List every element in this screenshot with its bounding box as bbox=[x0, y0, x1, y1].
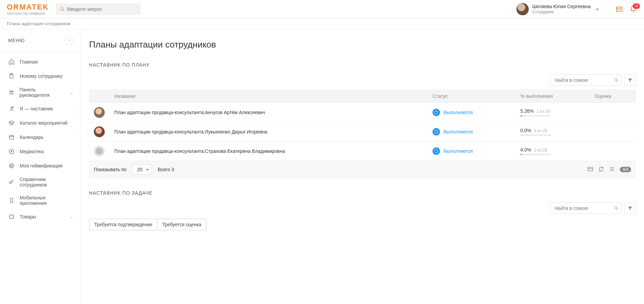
card-view-button[interactable] bbox=[587, 166, 593, 173]
svg-point-7 bbox=[11, 107, 13, 109]
sidebar-item-6[interactable]: Медиатека bbox=[0, 144, 81, 159]
progress-bar bbox=[520, 154, 551, 155]
sidebar-item-8[interactable]: Справочник сотрудников bbox=[0, 173, 81, 191]
status-cell: Выполняется bbox=[433, 147, 511, 155]
global-search-input[interactable] bbox=[67, 6, 137, 12]
mail-button[interactable] bbox=[615, 5, 623, 13]
divider bbox=[0, 52, 81, 53]
svg-line-27 bbox=[617, 209, 618, 210]
grade-cell bbox=[590, 122, 636, 142]
main-content: Планы адаптации сотрудников НАСТАВНИК ПО… bbox=[81, 29, 644, 303]
filter-icon bbox=[627, 205, 633, 211]
top-header: ORMATEK пространство комфорта Шкляева Юл… bbox=[0, 0, 644, 18]
completion-pct: 0.0% bbox=[520, 128, 531, 133]
chevron-down-icon: ⌄ bbox=[70, 90, 74, 95]
list-search-wrap[interactable] bbox=[550, 74, 622, 86]
sidebar: МЕНЮ ГлавнаяНовому сотрудникуПанель руко… bbox=[0, 29, 81, 303]
refresh-icon bbox=[598, 166, 604, 172]
sidebar-item-label: Медиатека bbox=[20, 149, 44, 154]
plan-title: План адаптации продавца-консультанта:Стр… bbox=[109, 142, 428, 161]
sidebar-item-3[interactable]: Я — наставник bbox=[0, 102, 81, 116]
search-icon bbox=[614, 77, 618, 83]
search-icon bbox=[60, 7, 65, 12]
chevron-down-icon: ▾ bbox=[596, 6, 598, 12]
pager: Показывать по 20 Всего 3 4/4 bbox=[89, 161, 636, 178]
col-status-header[interactable]: Статус bbox=[428, 89, 515, 103]
svg-point-0 bbox=[60, 7, 63, 10]
completion-pct: 4.0% bbox=[520, 147, 531, 153]
row-avatar bbox=[94, 126, 105, 137]
notifications-badge: 10 bbox=[633, 3, 640, 9]
refresh-button[interactable] bbox=[598, 166, 604, 173]
section2-tabs: Требуется подтверждение Требуется оценка bbox=[89, 219, 206, 230]
completion-sub: 1 из 19 bbox=[537, 109, 550, 114]
grade-cell bbox=[590, 142, 636, 161]
sidebar-item-label: Панель руководителя bbox=[19, 87, 65, 98]
completion-sub: 0 из 25 bbox=[534, 128, 547, 133]
notifications-button[interactable]: 10 bbox=[630, 5, 637, 13]
completion-cell: 4.0%1 из 25 bbox=[520, 147, 585, 155]
sidebar-collapse-button[interactable] bbox=[65, 36, 74, 45]
completion-pct: 5.26% bbox=[520, 108, 534, 114]
columns-pill[interactable]: 4/4 bbox=[620, 167, 631, 172]
completion-sub: 1 из 25 bbox=[534, 148, 547, 153]
grade-cell bbox=[590, 103, 636, 122]
table-row[interactable]: План адаптации продавца-консультанта:Стр… bbox=[89, 142, 636, 161]
table-row[interactable]: План адаптации продавца-консультанта:Анч… bbox=[89, 103, 636, 122]
phone-icon bbox=[8, 197, 15, 204]
mentor-icon bbox=[8, 105, 15, 112]
per-page-select[interactable]: 20 bbox=[133, 164, 152, 175]
status-text: Выполняется bbox=[443, 148, 473, 154]
section1-toolbar bbox=[89, 74, 636, 86]
sidebar-item-4[interactable]: Каталог мероприятий bbox=[0, 116, 81, 130]
search-icon bbox=[614, 205, 618, 211]
plans-table: Название Статус % выполнения Оценка План… bbox=[89, 89, 636, 161]
tab-needs-grade[interactable]: Требуется оценка bbox=[157, 219, 206, 230]
completion-cell: 5.26%1 из 19 bbox=[520, 108, 585, 117]
user-avatar bbox=[516, 3, 529, 15]
global-search-wrap[interactable] bbox=[56, 3, 141, 15]
list-search-input[interactable] bbox=[555, 205, 614, 211]
filter-icon bbox=[627, 77, 633, 83]
trophy-icon bbox=[8, 162, 15, 169]
breadcrumb[interactable]: Планы адаптации сотрудников bbox=[0, 18, 644, 29]
section2-title: НАСТАВНИК ПО ЗАДАЧЕ bbox=[89, 190, 636, 196]
list-search-wrap[interactable] bbox=[550, 202, 622, 214]
list-search-input[interactable] bbox=[555, 77, 614, 83]
user-name: Шкляева Юлия Сергеевна bbox=[532, 4, 591, 9]
svg-point-6 bbox=[12, 91, 13, 92]
svg-point-19 bbox=[615, 78, 617, 81]
filter-button[interactable] bbox=[624, 74, 636, 86]
sidebar-title: МЕНЮ bbox=[8, 38, 25, 43]
sidebar-item-9[interactable]: Мобильные приложения bbox=[0, 191, 81, 210]
svg-rect-9 bbox=[10, 136, 14, 139]
svg-point-26 bbox=[615, 207, 617, 209]
sidebar-item-label: Главная bbox=[20, 59, 38, 65]
logo-text: ORMATEK bbox=[7, 3, 49, 12]
progress-bar bbox=[520, 115, 551, 117]
sidebar-item-label: Моя геймификация bbox=[20, 163, 63, 168]
list-view-button[interactable] bbox=[609, 166, 615, 173]
tab-needs-confirmation[interactable]: Требуется подтверждение bbox=[89, 219, 157, 230]
sidebar-item-label: Новому сотруднику bbox=[20, 73, 63, 79]
filter-button[interactable] bbox=[624, 202, 636, 214]
sidebar-item-7[interactable]: Моя геймификация bbox=[0, 159, 81, 173]
chevron-down-icon: ⌄ bbox=[70, 214, 74, 219]
sidebar-item-2[interactable]: Панель руководителя⌄ bbox=[0, 83, 81, 102]
svg-line-20 bbox=[617, 81, 618, 82]
sidebar-item-10[interactable]: Товары⌄ bbox=[0, 210, 81, 224]
col-grade-header[interactable]: Оценка bbox=[590, 89, 636, 103]
svg-point-14 bbox=[10, 164, 14, 168]
col-completion-header[interactable]: % выполнения bbox=[515, 89, 590, 103]
page-title: Планы адаптации сотрудников bbox=[89, 39, 636, 50]
per-page-label: Показывать по bbox=[94, 167, 126, 172]
user-menu[interactable]: Шкляева Юлия Сергеевна Сотрудник ▾ bbox=[516, 3, 598, 15]
sidebar-item-0[interactable]: Главная bbox=[0, 55, 81, 69]
logo-block[interactable]: ORMATEK пространство комфорта bbox=[7, 3, 49, 15]
sidebar-item-5[interactable]: Календарь bbox=[0, 130, 81, 144]
table-row[interactable]: План адаптации продавца-консультанта:Лук… bbox=[89, 122, 636, 142]
plan-title: План адаптации продавца-консультанта:Лук… bbox=[109, 122, 428, 142]
sidebar-item-label: Товары bbox=[20, 214, 36, 219]
col-name-header[interactable]: Название bbox=[109, 89, 428, 103]
sidebar-item-1[interactable]: Новому сотруднику bbox=[0, 69, 81, 83]
